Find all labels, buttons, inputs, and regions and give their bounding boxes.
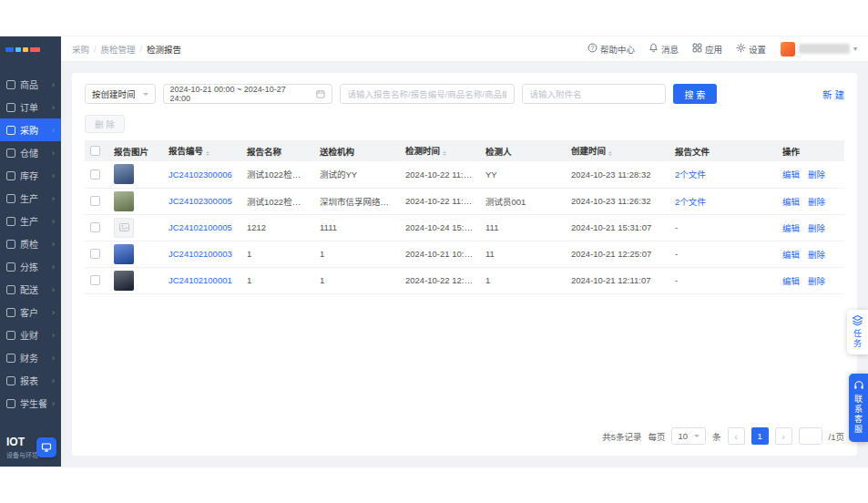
sidebar-item-production[interactable]: 生产› [0, 187, 61, 210]
report-name-cell: 1 [241, 241, 314, 267]
sidebar-item-inventory[interactable]: 库存› [0, 164, 61, 187]
sidebar-item-finance[interactable]: 财务› [0, 346, 61, 369]
bulk-toolbar: 删 除 [85, 115, 844, 133]
breadcrumb-item[interactable]: 质检管理 [101, 43, 136, 56]
sidebar-item-sorting[interactable]: 分拣› [0, 255, 61, 278]
report-no-link[interactable]: JC24102100001 [168, 275, 232, 285]
apps-icon [692, 43, 702, 55]
date-range-picker[interactable]: 2024-10-21 00:00 ~ 2024-10-27 24:00 [163, 84, 332, 104]
logo-block [15, 47, 21, 52]
agency-cell: 1 [314, 267, 400, 293]
sidebar-item-purchase[interactable]: 采购› [0, 118, 61, 141]
report-image-thumbnail[interactable] [114, 271, 134, 291]
topbar-action-help[interactable]: ?帮助中心 [587, 43, 635, 56]
avatar [781, 42, 795, 56]
edit-link[interactable]: 编辑 [782, 169, 800, 180]
report-files-empty: - [675, 275, 678, 285]
sidebar-item-business-finance[interactable]: 业财› [0, 323, 61, 346]
contact-support-button[interactable]: 联系客服 [849, 374, 868, 442]
table-row: JC24102100001112024-10-22 12:10:0012024-… [85, 267, 844, 293]
edit-link[interactable]: 编辑 [782, 223, 800, 233]
created-time-cell: 2024-10-23 11:26:32 [566, 188, 669, 214]
sidebar-item-label: 订单 [20, 100, 38, 114]
test-time-cell: 2024-10-21 10:24:00 [400, 241, 480, 267]
row-checkbox[interactable] [90, 169, 100, 180]
sidebar-item-student-meal[interactable]: 学生餐› [0, 392, 61, 415]
chevron-down-icon [694, 435, 700, 440]
report-name-cell: 1212 [241, 214, 314, 241]
column-header[interactable]: 检测时间 [400, 140, 480, 161]
breadcrumb: 采购/质检管理/检测报告 [72, 43, 181, 56]
row-checkbox[interactable] [90, 222, 100, 232]
chevron-right-icon: › [52, 354, 55, 363]
attachment-name-input[interactable] [522, 84, 666, 104]
report-no-link[interactable]: JC24102100005 [168, 222, 232, 232]
edit-link[interactable]: 编辑 [782, 250, 800, 260]
column-header[interactable]: 报告编号 [163, 140, 241, 161]
row-delete-link[interactable]: 删除 [808, 197, 825, 207]
page-jump-input[interactable] [799, 427, 822, 445]
report-image-thumbnail[interactable] [114, 164, 134, 184]
filter-row: 按创建时间 2024-10-21 00:00 ~ 2024-10-27 24:0… [85, 84, 844, 104]
bulk-delete-button[interactable]: 删 除 [85, 115, 125, 133]
search-button[interactable]: 搜 索 [673, 84, 718, 104]
row-checkbox[interactable] [90, 196, 100, 206]
sidebar-item-production-2[interactable]: 生产› [0, 210, 61, 232]
chevron-right-icon: › [52, 331, 55, 340]
test-time-cell: 2024-10-22 11:25:00 [400, 188, 480, 214]
app-window: 商品›订单›采购›仓储›库存›生产›生产›质检›分拣›配送›客户›业财›财务›报… [0, 36, 868, 467]
row-delete-link[interactable]: 删除 [808, 276, 825, 286]
sidebar-item-orders[interactable]: 订单› [0, 96, 61, 118]
column-header[interactable]: 创建时间 [566, 140, 669, 161]
logo-block [30, 47, 40, 52]
iot-app-icon[interactable] [36, 437, 56, 457]
created-time-cell: 2024-10-21 12:11:07 [566, 267, 669, 293]
next-page-button[interactable]: › [775, 427, 792, 445]
sidebar-item-customers[interactable]: 客户› [0, 301, 61, 323]
per-page-select[interactable]: 10 [671, 427, 706, 445]
chevron-right-icon: › [52, 194, 55, 203]
select-all-checkbox[interactable] [90, 146, 100, 156]
report-no-link[interactable]: JC24102100003 [168, 249, 232, 259]
chevron-right-icon: › [52, 217, 55, 226]
row-delete-link[interactable]: 删除 [808, 223, 825, 233]
topbar-action-bell[interactable]: 消息 [648, 43, 679, 56]
row-checkbox[interactable] [90, 275, 100, 285]
topbar-action-apps[interactable]: 应用 [692, 43, 722, 56]
sidebar-item-goods[interactable]: 商品› [0, 73, 61, 96]
sort-icon [608, 149, 612, 158]
report-files-link[interactable]: 2个文件 [675, 169, 706, 180]
edit-link[interactable]: 编辑 [782, 197, 800, 207]
finance-icon [6, 354, 15, 363]
sidebar-item-label: 商品 [20, 77, 38, 91]
current-page-button[interactable]: 1 [751, 427, 769, 445]
agency-cell: 1 [314, 241, 400, 267]
sidebar-item-warehouse[interactable]: 仓储› [0, 141, 61, 164]
sidebar-item-quality[interactable]: 质检› [0, 232, 61, 255]
prev-page-button[interactable]: ‹ [728, 427, 745, 445]
row-delete-link[interactable]: 删除 [808, 250, 825, 260]
task-panel-button[interactable]: 任务 [847, 310, 868, 354]
report-image-thumbnail[interactable] [114, 191, 134, 211]
breadcrumb-separator: / [140, 45, 143, 54]
topbar-action-settings[interactable]: 设置 [736, 43, 766, 56]
bell-icon [648, 43, 659, 55]
report-no-link[interactable]: JC24102300006 [168, 169, 232, 180]
report-image-thumbnail[interactable] [114, 244, 134, 264]
time-type-select[interactable]: 按创建时间 [85, 84, 156, 104]
customers-icon [6, 308, 15, 317]
row-delete-link[interactable]: 删除 [808, 169, 825, 180]
sidebar-item-reports[interactable]: 报表› [0, 369, 61, 392]
table-row: JC24102100005121211112024-10-24 15:30:00… [85, 214, 844, 241]
report-no-link[interactable]: JC24102300005 [168, 196, 232, 206]
sidebar-item-delivery[interactable]: 配送› [0, 278, 61, 301]
row-checkbox[interactable] [90, 249, 100, 259]
user-menu[interactable]: ▾ [781, 42, 857, 56]
tester-cell: YY [480, 161, 566, 188]
keyword-input[interactable] [340, 84, 515, 104]
report-image-thumbnail[interactable] [114, 218, 134, 238]
create-new-button[interactable]: 新 建 [822, 87, 844, 101]
report-files-link[interactable]: 2个文件 [675, 197, 706, 207]
breadcrumb-item[interactable]: 采购 [72, 43, 89, 56]
edit-link[interactable]: 编辑 [782, 276, 800, 286]
